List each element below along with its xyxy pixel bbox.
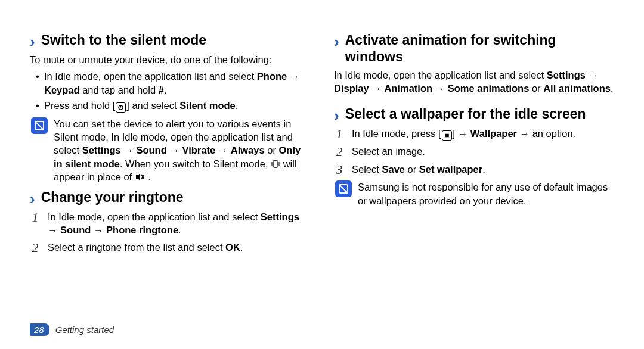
- intro-text: To mute or unmute your device, do one of…: [30, 53, 310, 66]
- bullet-item: In Idle mode, open the application list …: [36, 70, 310, 96]
- chevron-icon: ›: [334, 34, 339, 49]
- list-item: 1 In Idle mode, press [ ] → Wallpaper → …: [334, 127, 614, 141]
- speaker-mute-icon: [135, 172, 145, 182]
- step-text: Select an image.: [352, 145, 425, 159]
- list-item: 2 Select an image.: [334, 145, 614, 159]
- chapter-name: Getting started: [55, 325, 114, 335]
- list-item: 3 Select Save or Set wallpaper.: [334, 163, 614, 177]
- step-text: Select a ringtone from the list and sele…: [48, 241, 243, 255]
- heading-text: Change your ringtone: [41, 189, 184, 206]
- step-text: Select Save or Set wallpaper.: [352, 163, 485, 177]
- note-icon: [31, 117, 48, 134]
- left-column: › Switch to the silent mode To mute or u…: [30, 30, 310, 258]
- list-item: 1 In Idle mode, open the application lis…: [30, 210, 310, 237]
- bullet-item: Press and hold [ ] and select Silent mod…: [36, 99, 310, 113]
- step-number: 3: [334, 163, 345, 177]
- chevron-icon: ›: [30, 34, 35, 49]
- page-number: 28: [30, 323, 49, 336]
- step-number: 1: [30, 210, 41, 237]
- step-text: In Idle mode, press [ ] → Wallpaper → an…: [352, 127, 575, 141]
- power-icon: [116, 102, 126, 113]
- list-item: 2 Select a ringtone from the list and se…: [30, 241, 310, 255]
- right-column: › Activate animation for switching windo…: [334, 30, 614, 258]
- heading-silent-mode: › Switch to the silent mode: [30, 32, 310, 49]
- heading-activate-animation: › Activate animation for switching windo…: [334, 32, 614, 65]
- note-box: Samsung is not responsible for any use o…: [335, 180, 614, 207]
- svg-rect-3: [274, 160, 277, 167]
- step-number: 2: [334, 145, 345, 159]
- menu-icon: [442, 130, 452, 141]
- numbered-list: 1 In Idle mode, press [ ] → Wallpaper → …: [334, 127, 614, 177]
- step-number: 2: [30, 241, 41, 255]
- step-number: 1: [334, 127, 345, 141]
- chevron-icon: ›: [30, 191, 35, 207]
- note-text: You can set the device to alert you to v…: [54, 117, 310, 183]
- chevron-icon: ›: [334, 108, 339, 123]
- animation-text: In Idle mode, open the application list …: [334, 68, 614, 95]
- step-text: In Idle mode, open the application list …: [48, 210, 310, 237]
- vibrate-phone-icon: [271, 158, 280, 168]
- note-icon: [335, 180, 352, 197]
- page-footer: 28 Getting started: [30, 323, 114, 336]
- numbered-list: 1 In Idle mode, open the application lis…: [30, 210, 310, 255]
- note-box: You can set the device to alert you to v…: [31, 117, 310, 183]
- heading-change-ringtone: › Change your ringtone: [30, 189, 310, 207]
- heading-select-wallpaper: › Select a wallpaper for the idle screen: [334, 106, 614, 123]
- bullet-list: In Idle mode, open the application list …: [36, 70, 310, 113]
- heading-text: Switch to the silent mode: [41, 32, 206, 49]
- note-text: Samsung is not responsible for any use o…: [358, 180, 614, 207]
- heading-text: Activate animation for switching windows: [345, 32, 614, 65]
- heading-text: Select a wallpaper for the idle screen: [345, 106, 586, 123]
